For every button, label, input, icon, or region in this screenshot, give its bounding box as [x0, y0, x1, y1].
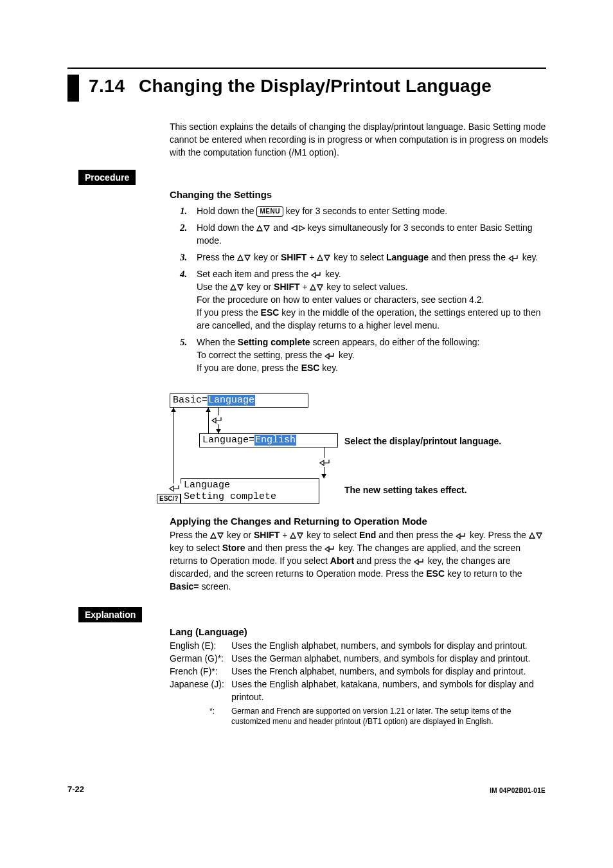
lang-row: Japanese (J): Uses the English alphabet,… — [170, 678, 549, 703]
menu-key-icon: MENU — [256, 206, 283, 217]
svg-marker-23 — [290, 533, 296, 538]
svg-marker-2 — [292, 226, 297, 231]
step-2: 2. Hold down the and keys simultaneously… — [180, 221, 546, 247]
end-word: End — [359, 530, 376, 540]
language-list: English (E): Uses the English alphabet, … — [170, 639, 549, 727]
lcd-language: Language=English — [199, 433, 338, 448]
diagram-label-select: Select the display/printout language. — [344, 436, 501, 446]
text: If you are done, press the — [197, 363, 301, 373]
text: If you press the — [197, 307, 261, 318]
text: and then press the — [245, 543, 325, 553]
text: key or — [251, 252, 281, 262]
svg-marker-1 — [264, 226, 269, 231]
intro-paragraph: This section explains the details of cha… — [170, 120, 549, 159]
flow-diagram: Basic=Language Language=English Language… — [170, 393, 549, 509]
text: and then press the — [376, 530, 456, 540]
title-rule — [67, 68, 546, 69]
shift-key: SHIFT — [281, 252, 306, 262]
setting-complete-word: Setting complete — [238, 337, 310, 347]
subhead-changing: Changing the Settings — [170, 189, 272, 200]
lang-key: German (G)*: — [170, 652, 231, 665]
procedure-label: Procedure — [78, 170, 136, 185]
svg-marker-25 — [456, 534, 460, 539]
lang-row: German (G)*: Uses the German alphabet, n… — [170, 652, 549, 665]
down-up-icon — [310, 284, 324, 291]
text: + — [306, 252, 317, 262]
text: key. — [323, 269, 341, 279]
text: Language= — [202, 435, 254, 446]
text: Use the — [197, 282, 230, 292]
text: To correct the setting, press the — [197, 350, 324, 360]
lcd-basic: Basic=Language — [170, 393, 308, 408]
lang-key: French (F)*: — [170, 665, 231, 678]
text: key. — [520, 252, 538, 262]
down-up-icon — [256, 224, 271, 232]
text: key to select — [304, 530, 359, 540]
text: + — [280, 530, 290, 540]
page-number: 7-22 — [67, 784, 84, 794]
step-body: Set each item and press the key. Use the… — [197, 267, 546, 332]
svg-marker-24 — [298, 533, 303, 538]
step-3: 3. Press the key or SHIFT + key to selec… — [180, 251, 546, 264]
lang-desc: Uses the German alphabet, numbers, and s… — [231, 652, 549, 665]
language-word: Language — [386, 252, 429, 262]
page: 7.14 Changing the Display/Printout Langu… — [0, 0, 613, 868]
text: For the procedure on how to enter values… — [197, 294, 484, 305]
apply-paragraph: Press the key or SHIFT + key to select E… — [170, 529, 549, 593]
text: key to select — [170, 543, 222, 553]
svg-marker-3 — [299, 226, 305, 231]
enter-icon — [319, 458, 333, 468]
lang-desc: Uses the French alphabet, numbers, and s… — [231, 665, 549, 678]
svg-marker-9 — [312, 273, 315, 278]
footnote-mark: *: — [209, 706, 231, 727]
svg-marker-0 — [257, 226, 262, 231]
text: Hold down the — [197, 222, 256, 233]
enter-icon — [414, 557, 425, 565]
connector-line — [173, 408, 174, 491]
title-bar — [67, 75, 79, 102]
footnote: *: German and French are supported on ve… — [170, 706, 549, 727]
text: Hold down the — [197, 206, 256, 216]
down-up-icon — [529, 532, 543, 539]
svg-marker-7 — [324, 255, 330, 260]
text: and press the — [354, 556, 414, 566]
enter-icon — [508, 254, 520, 262]
text: and then press the — [429, 252, 508, 262]
down-up-icon — [210, 532, 224, 539]
text: screen. — [199, 581, 231, 592]
step-body: Hold down the and keys simultaneously fo… — [197, 221, 546, 247]
arrowhead-up-icon — [206, 408, 211, 412]
explanation-label: Explanation — [78, 607, 142, 622]
text: When the — [197, 337, 238, 347]
down-up-icon — [237, 254, 251, 262]
esc-key: ESC — [261, 307, 280, 318]
enter-icon — [311, 271, 323, 278]
shift-key: SHIFT — [254, 530, 280, 540]
lang-key: Japanese (J): — [170, 678, 231, 703]
enter-icon — [456, 532, 467, 539]
lang-desc: Uses the English alphabet, katakana, num… — [231, 678, 549, 703]
svg-marker-29 — [414, 559, 418, 565]
document-id: IM 04P02B01-01E — [490, 787, 546, 794]
text: Press the — [197, 252, 237, 262]
esc-key-icon: ESC/? — [157, 494, 181, 503]
step-1: 1. Hold down the MENU key for 3 seconds … — [180, 204, 546, 217]
text: Set each item and press the — [197, 269, 311, 279]
step-body: When the Setting complete screen appears… — [197, 336, 546, 374]
down-up-icon — [230, 284, 244, 291]
esc-key: ESC — [426, 568, 445, 579]
svg-marker-13 — [317, 285, 323, 290]
svg-marker-21 — [211, 533, 216, 538]
down-up-icon — [290, 532, 304, 539]
lang-row: French (F)*: Uses the French alphabet, n… — [170, 665, 549, 678]
footnote-body: German and French are supported on versi… — [231, 706, 549, 727]
step-body: Hold down the MENU key for 3 seconds to … — [197, 204, 546, 217]
store-word: Store — [222, 543, 245, 553]
svg-marker-27 — [537, 533, 542, 538]
text: Basic= — [173, 395, 208, 406]
diagram-label-effect: The new setting takes effect. — [344, 485, 467, 495]
step-5: 5. When the Setting complete screen appe… — [180, 336, 546, 374]
arrowhead-down-icon — [216, 429, 221, 433]
subhead-applying: Applying the Changes and Returning to Op… — [170, 516, 427, 527]
basic-eq-word: Basic= — [170, 581, 199, 592]
